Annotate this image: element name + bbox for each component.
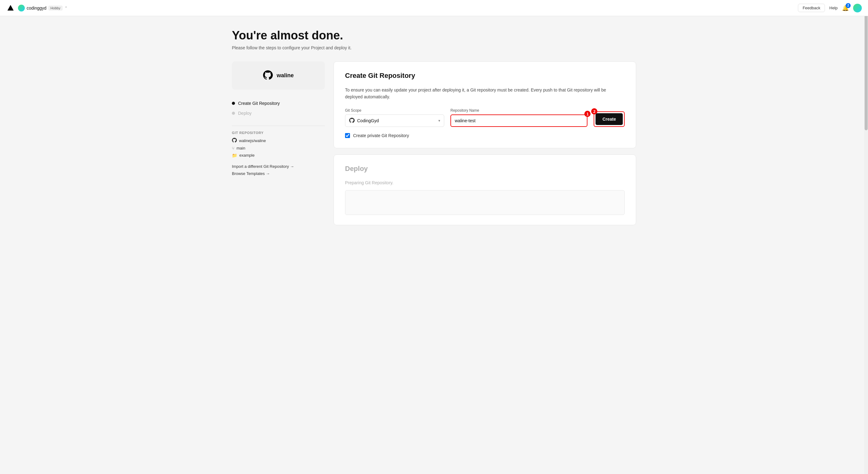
github-icon bbox=[263, 70, 273, 81]
git-repo-section-label: GIT REPOSITORY bbox=[232, 131, 325, 135]
two-col-layout: waline Create Git Repository Deploy GIT … bbox=[232, 61, 636, 226]
git-repo-link: walinejs/waline bbox=[232, 138, 325, 144]
vercel-logo[interactable] bbox=[6, 4, 15, 12]
import-git-link[interactable]: Import a different Git Repository → bbox=[232, 164, 325, 169]
deploy-log-box bbox=[345, 190, 625, 215]
chevron-down-icon: ⌃ bbox=[64, 6, 68, 10]
left-sidebar: waline Create Git Repository Deploy GIT … bbox=[232, 61, 325, 176]
create-btn-wrapper: 2 Create bbox=[594, 111, 625, 127]
main-content: You're almost done. Please follow the st… bbox=[217, 16, 651, 474]
step-label-deploy: Deploy bbox=[238, 111, 252, 116]
scrollbar-thumb[interactable] bbox=[865, 0, 868, 130]
scope-chevron-icon: ▾ bbox=[438, 119, 440, 123]
github-small-icon bbox=[232, 138, 237, 144]
git-repo-name: walinejs/waline bbox=[239, 138, 266, 143]
browse-templates-link[interactable]: Browse Templates → bbox=[232, 171, 325, 176]
steps-list: Create Git Repository Deploy bbox=[232, 98, 325, 118]
project-name: waline bbox=[277, 72, 293, 79]
git-scope-select[interactable]: CodingGyd ▾ bbox=[345, 115, 444, 127]
github-scope-icon bbox=[349, 118, 354, 124]
svg-marker-0 bbox=[7, 5, 13, 10]
page-subtitle: Please follow the steps to configure you… bbox=[232, 45, 636, 50]
step-label-create-git: Create Git Repository bbox=[238, 101, 280, 106]
form-row: Git Scope CodingGyd ▾ Repositor bbox=[345, 108, 625, 127]
branch-name: main bbox=[237, 146, 245, 150]
deploy-card-title: Deploy bbox=[345, 165, 625, 173]
step-dot-active bbox=[232, 102, 235, 105]
user-avatar[interactable] bbox=[853, 4, 862, 12]
deploy-card: Deploy Preparing Git Repository. bbox=[334, 154, 636, 225]
divider bbox=[232, 126, 325, 126]
org-badge: Hobby bbox=[49, 6, 63, 10]
scope-selected-value: CodingGyd bbox=[357, 118, 436, 123]
org-name: codinggyd bbox=[27, 6, 46, 10]
step-dot-inactive bbox=[232, 112, 235, 115]
help-link[interactable]: Help bbox=[829, 6, 838, 10]
create-git-desc: To ensure you can easily update your pro… bbox=[345, 87, 625, 100]
annotation-1-badge: 1 bbox=[584, 111, 591, 117]
notification-count: 2 bbox=[846, 3, 850, 8]
git-scope-group: Git Scope CodingGyd ▾ bbox=[345, 108, 444, 127]
create-btn-outline: 2 Create bbox=[594, 111, 625, 127]
repo-name-group: Repository Name 1 bbox=[451, 108, 587, 127]
org-selector[interactable]: codinggyd Hobby ⌃ bbox=[18, 5, 68, 11]
branch-icon: ⑂ bbox=[232, 146, 235, 151]
git-folder-row: 📁 example bbox=[232, 153, 325, 158]
deploy-preparing-text: Preparing Git Repository. bbox=[345, 180, 625, 185]
git-branch-row: ⑂ main bbox=[232, 146, 325, 151]
page-wrapper: You're almost done. Please follow the st… bbox=[0, 16, 868, 474]
topnav-left: codinggyd Hobby ⌃ bbox=[6, 4, 798, 12]
scrollbar-track[interactable] bbox=[864, 0, 868, 474]
feedback-button[interactable]: Feedback bbox=[798, 4, 825, 12]
notifications-bell[interactable]: 🔔 2 bbox=[842, 5, 849, 11]
folder-icon: 📁 bbox=[232, 153, 237, 158]
create-private-row: Create private Git Repository bbox=[345, 133, 625, 138]
page-title: You're almost done. bbox=[232, 29, 636, 43]
folder-name: example bbox=[239, 153, 254, 157]
step-create-git: Create Git Repository bbox=[232, 98, 325, 108]
sidebar-links: Import a different Git Repository → Brow… bbox=[232, 164, 325, 176]
topnav-right: Feedback Help 🔔 2 bbox=[798, 4, 862, 12]
create-private-label: Create private Git Repository bbox=[353, 133, 409, 138]
create-button[interactable]: Create bbox=[595, 113, 623, 125]
step-deploy: Deploy bbox=[232, 108, 325, 118]
repo-name-input-wrapper: 1 bbox=[451, 115, 587, 127]
repo-name-input[interactable] bbox=[451, 115, 587, 127]
right-panel: Create Git Repository To ensure you can … bbox=[334, 61, 636, 226]
org-avatar bbox=[18, 5, 25, 11]
topnav: codinggyd Hobby ⌃ Feedback Help 🔔 2 bbox=[0, 0, 868, 16]
create-private-checkbox[interactable] bbox=[345, 133, 350, 138]
git-scope-label: Git Scope bbox=[345, 108, 444, 113]
repo-name-label: Repository Name bbox=[451, 108, 587, 113]
project-card: waline bbox=[232, 61, 325, 90]
create-git-title: Create Git Repository bbox=[345, 72, 625, 80]
create-git-card: Create Git Repository To ensure you can … bbox=[334, 61, 636, 149]
git-repo-info: walinejs/waline ⑂ main 📁 example bbox=[232, 138, 325, 158]
